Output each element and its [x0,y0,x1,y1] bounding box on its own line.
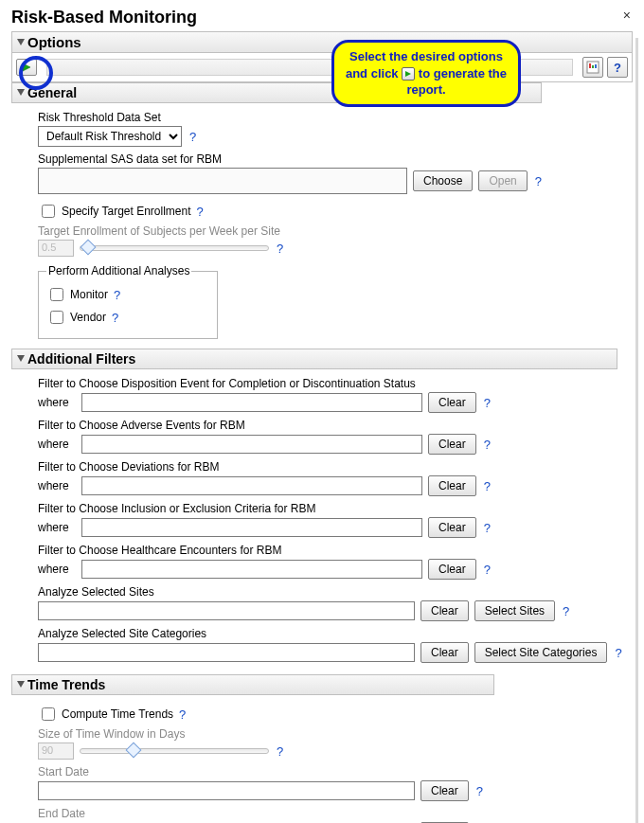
target-enrollment-value: 0.5 [38,240,74,257]
additional-filters-label: Additional Filters [27,351,135,367]
supplemental-input[interactable] [38,168,407,194]
analyze-sites-input[interactable] [38,601,415,620]
filter-deviations-label: Filter to Choose Deviations for RBM [38,460,629,474]
disclosure-triangle-icon [16,680,26,689]
compute-time-trends-label: Compute Time Trends [62,707,173,721]
specify-target-checkbox[interactable] [42,205,55,218]
help-link[interactable]: ? [195,205,206,219]
monitor-label: Monitor [70,288,108,301]
where-label: where [38,563,76,576]
time-trends-label: Time Trends [27,677,105,692]
additional-filters-section-head[interactable]: Additional Filters [11,349,617,369]
options-section-head[interactable]: Options [11,31,633,53]
filter-inclusion-label: Filter to Choose Inclusion or Exclusion … [38,502,629,515]
specify-target-label: Specify Target Enrollment [62,205,191,218]
help-link[interactable]: ? [110,311,120,325]
svg-marker-8 [17,681,25,688]
clear-button[interactable]: Clear [428,517,476,538]
start-date-input[interactable] [38,781,415,800]
help-button[interactable]: ? [607,57,628,78]
filter-healthcare-label: Filter to Choose Healthcare Encounters f… [38,544,629,557]
vendor-checkbox[interactable] [50,311,63,324]
help-link[interactable]: ? [482,563,492,577]
svg-marker-9 [405,71,411,77]
target-enrollment-slider [80,245,269,251]
help-link[interactable]: ? [482,479,492,493]
report-icon-button[interactable] [582,57,603,78]
help-link[interactable]: ? [482,521,492,535]
clear-button[interactable]: Clear [428,434,476,455]
disclosure-triangle-icon [16,38,26,47]
filter-disposition-label: Filter to Choose Disposition Event for C… [38,377,629,390]
help-link[interactable]: ? [613,646,623,660]
help-link[interactable]: ? [275,242,285,256]
supplemental-label: Supplemental SAS data set for RBM [38,152,629,166]
perform-legend: Perform Additional Analyses [46,264,191,277]
select-site-categories-button[interactable]: Select Site Categories [474,642,608,663]
monitor-checkbox[interactable] [50,288,63,301]
vendor-label: Vendor [70,311,106,324]
help-link[interactable]: ? [112,288,122,302]
slider-thumb-icon [80,240,97,256]
help-link[interactable]: ? [482,396,492,410]
disclosure-triangle-icon [16,354,26,364]
help-link[interactable]: ? [474,784,485,798]
help-link[interactable]: ? [177,707,188,722]
time-window-label: Size of Time Window in Days [38,727,629,741]
time-window-slider [80,748,269,754]
analyze-categories-label: Analyze Selected Site Categories [38,627,629,640]
help-link[interactable]: ? [188,130,198,144]
clear-button[interactable]: Clear [428,475,476,496]
compute-time-trends-checkbox[interactable] [42,707,55,721]
svg-marker-6 [17,89,25,96]
risk-threshold-label: Risk Threshold Data Set [38,111,629,124]
clear-button[interactable]: Clear [420,600,469,621]
help-link[interactable]: ? [275,744,285,759]
help-link[interactable]: ? [482,438,492,452]
open-button: Open [478,170,527,191]
where-label: where [38,396,76,409]
start-date-label: Start Date [38,765,629,778]
filter-ae-input[interactable] [81,435,422,454]
risk-threshold-select[interactable]: Default Risk Threshold [38,126,182,147]
options-section-label: Options [27,34,81,50]
filter-healthcare-input[interactable] [81,560,422,579]
analyze-sites-label: Analyze Selected Sites [38,585,629,599]
select-sites-button[interactable]: Select Sites [474,600,555,621]
time-window-value: 90 [38,742,74,760]
help-link[interactable]: ? [561,604,571,618]
filter-disposition-input[interactable] [81,393,422,412]
where-label: where [38,521,76,534]
clear-button[interactable]: Clear [428,559,476,580]
svg-marker-7 [17,355,25,362]
play-icon [402,67,415,81]
clear-button[interactable]: Clear [420,780,469,801]
time-trends-section-head[interactable]: Time Trends [11,674,494,695]
clear-button[interactable]: Clear [420,642,469,663]
choose-button[interactable]: Choose [413,170,473,191]
filter-ae-label: Filter to Choose Adverse Events for RBM [38,419,629,432]
where-label: where [38,479,76,492]
options-toolbar: ? [11,53,633,82]
svg-marker-0 [17,39,25,45]
perform-additional-analyses-group: Perform Additional Analyses Monitor ? Ve… [38,264,218,339]
filter-deviations-input[interactable] [81,476,422,495]
disclosure-triangle-icon [16,88,26,98]
highlight-ring-icon [19,56,53,90]
close-icon[interactable]: × [621,8,633,23]
svg-rect-4 [592,65,594,68]
page-title: Risk-Based Monitoring [11,8,197,27]
slider-thumb-icon [126,742,142,759]
end-date-label: End Date [38,807,629,820]
where-label: where [38,438,76,451]
svg-rect-3 [589,63,591,68]
analyze-categories-input[interactable] [38,643,415,662]
callout-bubble: Select the desired options and click to … [331,40,521,107]
callout-text-2: to generate the report. [406,66,507,98]
svg-rect-5 [595,64,597,68]
help-link[interactable]: ? [533,174,544,188]
scrollbar[interactable] [635,38,638,823]
target-enrollment-label: Target Enrollment of Subjects per Week p… [38,224,629,238]
filter-inclusion-input[interactable] [81,518,422,537]
clear-button[interactable]: Clear [428,392,476,413]
